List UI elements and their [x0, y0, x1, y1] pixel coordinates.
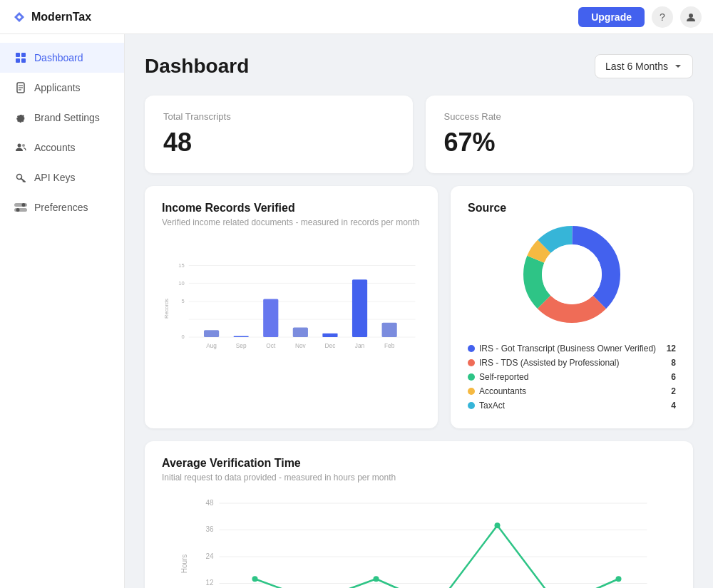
- source-legend: IRS - Got Transcript (Business Owner Ver…: [468, 341, 676, 413]
- svg-point-0: [689, 14, 693, 18]
- svg-text:Records: Records: [163, 299, 170, 319]
- svg-rect-33: [352, 279, 367, 337]
- svg-text:10: 10: [178, 280, 184, 287]
- logo: ModernTax: [11, 9, 91, 25]
- legend-count-self-reported: 6: [671, 372, 676, 382]
- legend-item-irs-got: IRS - Got Transcript (Business Owner Ver…: [468, 341, 676, 356]
- sidebar-item-brand-settings-label: Brand Settings: [34, 112, 100, 123]
- svg-point-9: [18, 144, 21, 148]
- source-chart-title: Source: [468, 202, 676, 215]
- sidebar-item-dashboard-label: Dashboard: [34, 52, 83, 63]
- legend-count-taxact: 4: [671, 401, 676, 411]
- legend-label-accountants: Accountants: [479, 386, 526, 396]
- success-rate-value: 67%: [444, 128, 675, 158]
- sidebar-item-preferences-label: Preferences: [34, 202, 88, 213]
- avg-time-chart-subtitle: Initial request to data provided - measu…: [162, 473, 676, 483]
- svg-rect-2: [21, 53, 26, 57]
- legend-item-self-reported: Self-reported 6: [468, 370, 676, 384]
- page-title: Dashboard: [145, 55, 249, 78]
- sidebar-item-preferences[interactable]: Preferences: [0, 192, 124, 222]
- legend-count-irs-tds: 8: [671, 358, 676, 368]
- user-icon[interactable]: [680, 6, 702, 28]
- legend-dot-irs-tds: [468, 359, 475, 366]
- sidebar-item-accounts[interactable]: Accounts: [0, 133, 124, 163]
- svg-rect-29: [234, 336, 249, 338]
- legend-item-taxact: TaxAct 4: [468, 398, 676, 413]
- svg-text:24: 24: [205, 552, 214, 560]
- logo-text: ModernTax: [31, 11, 91, 24]
- svg-text:Sep: Sep: [236, 342, 247, 349]
- date-filter-label: Last 6 Months: [605, 61, 668, 72]
- svg-rect-4: [21, 58, 26, 63]
- total-transcripts-label: Total Transcripts: [163, 111, 394, 122]
- nav-right: Upgrade ?: [578, 6, 702, 28]
- page-header: Dashboard Last 6 Months: [145, 54, 693, 78]
- legend-label-irs-tds: IRS - TDS (Assisted by Professional): [479, 358, 620, 368]
- svg-text:5: 5: [182, 298, 185, 304]
- svg-rect-32: [322, 334, 337, 337]
- svg-rect-1: [16, 53, 20, 57]
- income-bar-chart: 15 10 5 0 Records: [162, 237, 421, 380]
- sidebar-item-applicants[interactable]: Applicants: [0, 73, 124, 103]
- sidebar: Dashboard Applicants Brand Settings Acco…: [0, 34, 125, 588]
- svg-text:Aug: Aug: [206, 342, 217, 349]
- people-icon: [14, 141, 27, 154]
- total-transcripts-card: Total Transcripts 48: [145, 96, 413, 173]
- success-rate-label: Success Rate: [444, 111, 675, 122]
- help-icon[interactable]: ?: [652, 6, 673, 28]
- charts-row: Income Records Verified Verified income …: [145, 186, 693, 428]
- income-records-chart-card: Income Records Verified Verified income …: [145, 186, 438, 428]
- legend-item-irs-tds: IRS - TDS (Assisted by Professional) 8: [468, 356, 676, 370]
- legend-dot-irs-got: [468, 345, 475, 352]
- upgrade-button[interactable]: Upgrade: [578, 7, 645, 27]
- legend-item-accountants: Accountants 2: [468, 384, 676, 398]
- svg-text:Oct: Oct: [266, 342, 276, 349]
- source-chart-card: Source IRS - Got Transcript (Business Ow…: [451, 186, 693, 428]
- sidebar-item-api-keys-label: API Keys: [34, 172, 76, 183]
- svg-text:Nov: Nov: [295, 342, 307, 349]
- svg-text:0: 0: [182, 334, 185, 340]
- svg-text:Jan: Jan: [355, 342, 365, 349]
- gear-icon: [14, 111, 27, 124]
- sidebar-item-accounts-label: Accounts: [34, 142, 76, 153]
- income-chart-subtitle: Verified income related documents - meas…: [162, 217, 421, 227]
- legend-count-accountants: 2: [671, 386, 676, 396]
- legend-label-taxact: TaxAct: [479, 401, 505, 411]
- chevron-down-icon: [674, 62, 682, 71]
- svg-point-59: [252, 576, 258, 582]
- donut-chart-area: IRS - Got Transcript (Business Owner Ver…: [468, 217, 676, 413]
- top-navigation: ModernTax Upgrade ?: [0, 0, 713, 34]
- svg-text:Dec: Dec: [325, 342, 336, 349]
- svg-text:12: 12: [205, 579, 214, 587]
- svg-text:48: 48: [205, 499, 214, 507]
- main-content: Dashboard Last 6 Months Total Transcript…: [125, 34, 713, 588]
- sidebar-item-applicants-label: Applicants: [34, 82, 81, 93]
- svg-text:36: 36: [205, 525, 214, 533]
- line-chart-svg: 48 36 24 12 0 Hours: [162, 492, 676, 588]
- sidebar-item-dashboard[interactable]: Dashboard: [0, 43, 124, 73]
- income-chart-title: Income Records Verified: [162, 202, 421, 215]
- avg-time-chart-title: Average Verification Time: [162, 457, 676, 470]
- svg-rect-34: [382, 323, 397, 337]
- svg-point-16: [22, 203, 26, 207]
- legend-label-irs-got: IRS - Got Transcript (Business Owner Ver…: [479, 344, 656, 354]
- avg-time-chart-card: Average Verification Time Initial reques…: [145, 441, 693, 588]
- legend-dot-accountants: [468, 388, 475, 395]
- doc-icon: [14, 81, 27, 94]
- svg-point-63: [495, 522, 501, 528]
- avg-time-line-chart: 48 36 24 12 0 Hours: [162, 492, 676, 588]
- sidebar-item-brand-settings[interactable]: Brand Settings: [0, 103, 124, 133]
- svg-point-47: [542, 244, 602, 304]
- success-rate-card: Success Rate 67%: [426, 96, 694, 173]
- grid-icon: [14, 51, 27, 64]
- donut-svg: [515, 217, 629, 331]
- svg-rect-3: [16, 58, 20, 63]
- svg-text:Hours: Hours: [180, 555, 188, 574]
- sidebar-item-api-keys[interactable]: API Keys: [0, 163, 124, 192]
- svg-rect-31: [293, 327, 308, 337]
- legend-dot-self-reported: [468, 373, 475, 381]
- toggle-icon: [14, 201, 27, 214]
- svg-point-10: [22, 144, 25, 147]
- date-filter-dropdown[interactable]: Last 6 Months: [595, 54, 693, 78]
- bar-chart-svg: 15 10 5 0 Records: [162, 237, 421, 380]
